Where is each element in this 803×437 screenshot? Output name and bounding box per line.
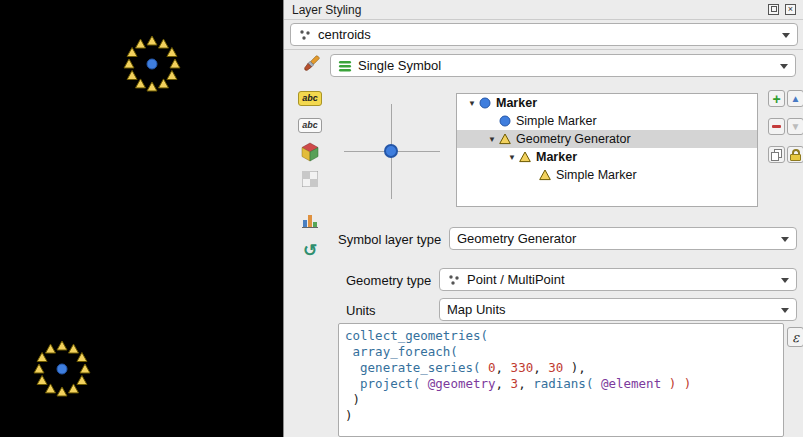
tab-labels[interactable]: abc [297, 86, 323, 110]
code-line: collect_geometries( [345, 328, 777, 344]
symbol-tree-row[interactable]: ▼Marker [457, 148, 757, 166]
screenshot-root: Layer Styling × centroids [0, 0, 803, 437]
marker-blue-circle-icon [499, 115, 511, 127]
layer-selector[interactable]: centroids [290, 23, 798, 46]
map-canvas[interactable] [0, 0, 283, 437]
move-down-button[interactable]: ▼ [787, 118, 803, 135]
plus-icon: + [772, 92, 780, 106]
labels-abc-icon: abc [298, 91, 322, 106]
renderer-value: Single Symbol [358, 58, 441, 73]
move-up-button[interactable]: ▲ [787, 90, 803, 107]
expand-arrow-icon[interactable]: ▼ [505, 153, 519, 162]
marker-yellow-triangle-icon [519, 151, 531, 163]
paintbrush-icon [299, 53, 322, 76]
symbol-layer-type-value: Geometry Generator [457, 231, 576, 246]
tab-transparency[interactable] [297, 167, 323, 191]
bar-chart-icon [301, 211, 319, 228]
tree-item-label: Marker [536, 150, 577, 164]
symbol-tree-row[interactable]: ▼Geometry Generator [457, 130, 757, 148]
undock-icon[interactable] [768, 4, 779, 15]
checkerboard-icon [302, 171, 318, 187]
titlebar-divider [284, 19, 803, 20]
tree-item-label: Marker [496, 96, 537, 110]
preview-marker-dot [384, 144, 398, 158]
expand-arrow-icon[interactable]: ▼ [485, 135, 499, 144]
code-line: ) [345, 408, 777, 424]
marker-blue-circle-icon [479, 97, 491, 109]
marker-yellow-triangle-icon [539, 169, 551, 181]
tab-masks[interactable]: abc [297, 113, 323, 137]
arrow-up-icon: ▲ [791, 94, 801, 104]
code-line: generate_series( 0, 330, 30 ), [345, 360, 777, 376]
duplicate-icon [771, 149, 783, 161]
lock-icon [790, 149, 801, 161]
close-icon[interactable]: × [785, 4, 796, 15]
point-layer-icon [298, 28, 312, 42]
symbol-layer-type-select[interactable]: Geometry Generator [449, 227, 797, 250]
layer-selector-value: centroids [318, 27, 371, 42]
units-label: Units [346, 303, 376, 318]
renderer-select[interactable]: Single Symbol [330, 54, 796, 77]
code-line: project( @geometry, 3, radians( @element… [345, 376, 777, 392]
duplicate-button[interactable] [768, 146, 785, 163]
minus-icon [772, 125, 781, 128]
geometry-type-label: Geometry type [346, 273, 431, 288]
tab-diagrams[interactable] [297, 207, 323, 231]
tree-item-label: Simple Marker [516, 114, 597, 128]
panel-title: Layer Styling [292, 3, 361, 17]
tree-item-label: Geometry Generator [516, 132, 631, 146]
history-arrow-icon: ↺ [303, 242, 317, 259]
symbol-layer-type-label: Symbol layer type [338, 232, 441, 247]
masks-abc-icon: abc [298, 118, 322, 133]
code-line: ) [345, 392, 777, 408]
symbol-tree: ▼MarkerSimple Marker▼Geometry Generator▼… [456, 93, 758, 207]
code-line: array_foreach( [345, 344, 777, 360]
epsilon-expression-button[interactable]: ε [787, 327, 803, 347]
single-symbol-icon [338, 59, 352, 73]
tab-symbology[interactable] [297, 52, 323, 76]
units-select[interactable]: Map Units [439, 298, 797, 321]
cube-3d-icon [300, 142, 320, 162]
symbol-tree-row[interactable]: Simple Marker [457, 112, 757, 130]
lock-colors-button[interactable] [787, 146, 803, 163]
tree-item-label: Simple Marker [556, 168, 637, 182]
layer-styling-panel: Layer Styling × centroids [283, 0, 803, 437]
symbol-tree-row[interactable]: ▼Marker [457, 94, 757, 112]
marker-yellow-triangle-icon [499, 133, 511, 145]
expand-arrow-icon[interactable]: ▼ [465, 99, 479, 108]
map-symbols [0, 0, 283, 437]
arrow-down-icon: ▼ [791, 122, 801, 132]
symbol-tree-row[interactable]: Simple Marker [457, 166, 757, 184]
units-value: Map Units [447, 302, 506, 317]
geometry-type-value: Point / MultiPoint [467, 272, 565, 287]
header-divider [284, 49, 803, 50]
add-symbol-layer-button[interactable]: + [768, 90, 785, 107]
geometry-type-select[interactable]: Point / MultiPoint [439, 268, 797, 291]
tab-3d-view[interactable] [297, 140, 323, 164]
multipoint-icon [447, 273, 461, 287]
tab-history[interactable]: ↺ [297, 238, 323, 262]
remove-symbol-layer-button[interactable] [768, 118, 785, 135]
expression-editor-code[interactable]: collect_geometries( array_foreach( gener… [338, 323, 784, 437]
